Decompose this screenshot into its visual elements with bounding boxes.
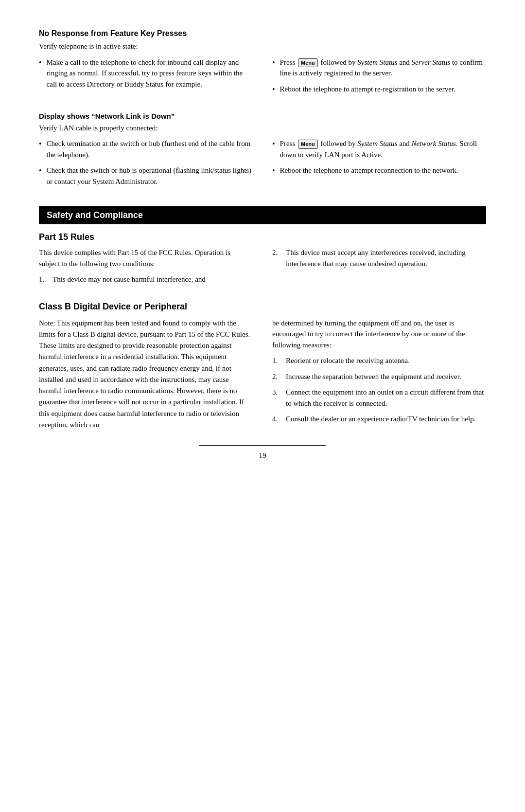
list-item: Reboot the telephone to attempt reconnec… [272, 165, 486, 177]
safety-banner-label: Safety and Compliance [47, 210, 143, 220]
part15-intro: This device complies with Part 15 of the… [39, 247, 253, 269]
classb-right-list: Reorient or relocate the receiving anten… [272, 355, 486, 425]
list-item: This device must accept any interference… [272, 247, 486, 269]
press-label: Press [280, 58, 297, 66]
display-heading: Display shows “Network Link is Down” [39, 112, 486, 120]
list-item: Consult the dealer or an experience radi… [272, 414, 486, 425]
part15-section: Part 15 Rules This device complies with … [39, 232, 486, 290]
no-response-columns: Make a call to the telephone to check fo… [39, 57, 486, 100]
display-columns: Check termination at the switch or hub (… [39, 138, 486, 192]
classb-section: Class B Digital Device or Peripheral Not… [39, 302, 486, 431]
classb-right-intro: be determined by turning the equipment o… [272, 318, 486, 351]
no-response-left: Make a call to the telephone to check fo… [39, 57, 253, 100]
part15-left-list: This device may not cause harmful interf… [39, 274, 253, 285]
list-item: This device may not cause harmful interf… [39, 274, 253, 285]
part15-columns: This device complies with Part 15 of the… [39, 247, 486, 290]
menu-key: Menu [298, 58, 318, 68]
list-item: Reorient or relocate the receiving anten… [272, 355, 486, 366]
part15-heading: Part 15 Rules [39, 232, 486, 242]
classb-left: Note: This equipment has been tested and… [39, 318, 253, 431]
part15-right-list: This device must accept any interference… [272, 247, 486, 269]
classb-heading: Class B Digital Device or Peripheral [39, 302, 486, 312]
display-right: Press Menu followed by System Status and… [272, 138, 486, 192]
display-left: Check termination at the switch or hub (… [39, 138, 253, 192]
list-item: Check termination at the switch or hub (… [39, 138, 253, 160]
display-section: Display shows “Network Link is Down” Ver… [39, 112, 486, 192]
classb-columns: Note: This equipment has been tested and… [39, 318, 486, 431]
list-item: Connect the equipment into an outlet on … [272, 387, 486, 409]
no-response-right-list: Press Menu followed by System Status and… [272, 57, 486, 95]
safety-banner: Safety and Compliance [39, 206, 486, 224]
no-response-intro: Verify telephone is in active state: [39, 41, 486, 52]
list-item: Increase the separation between the equi… [272, 371, 486, 382]
no-response-right: Press Menu followed by System Status and… [272, 57, 486, 100]
page-number: 19 [39, 451, 486, 460]
list-item: Make a call to the telephone to check fo… [39, 57, 253, 90]
classb-left-text: Note: This equipment has been tested and… [39, 318, 253, 431]
menu-key-2: Menu [298, 140, 318, 149]
classb-right: be determined by turning the equipment o… [272, 318, 486, 431]
list-item: Check that the switch or hub is operatio… [39, 165, 253, 187]
part15-left: This device complies with Part 15 of the… [39, 247, 253, 290]
list-item: Press Menu followed by System Status and… [272, 138, 486, 160]
list-item: Reboot the telephone to attempt re-regis… [272, 84, 486, 95]
press-label-2: Press [280, 140, 297, 147]
no-response-heading: No Response from Feature Key Presses [39, 29, 486, 38]
page-divider [199, 445, 326, 446]
no-response-left-list: Make a call to the telephone to check fo… [39, 57, 253, 90]
no-response-section: No Response from Feature Key Presses Ver… [39, 29, 486, 100]
display-left-list: Check termination at the switch or hub (… [39, 138, 253, 187]
list-item: Press Menu followed by System Status and… [272, 57, 486, 79]
part15-right: This device must accept any interference… [272, 247, 486, 290]
display-intro: Verify LAN cable is properly connected: [39, 123, 486, 134]
display-right-list: Press Menu followed by System Status and… [272, 138, 486, 177]
